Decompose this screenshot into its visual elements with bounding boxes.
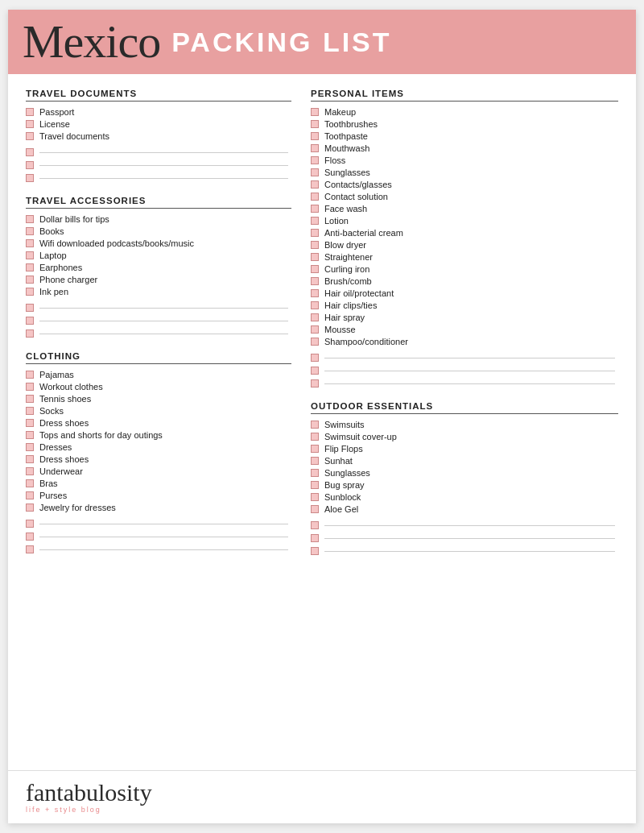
list-item[interactable]: Flip Flops xyxy=(311,442,618,454)
list-item[interactable]: Travel documents xyxy=(26,130,291,142)
checkbox[interactable] xyxy=(311,301,319,309)
checkbox-blank[interactable] xyxy=(311,534,319,542)
checkbox[interactable] xyxy=(26,383,34,391)
checkbox[interactable] xyxy=(311,205,319,213)
checkbox[interactable] xyxy=(311,289,319,297)
list-item[interactable]: Sunglasses xyxy=(311,166,618,178)
list-item[interactable]: Mousse xyxy=(311,323,618,335)
checkbox[interactable] xyxy=(311,469,319,477)
checkbox[interactable] xyxy=(311,132,319,140)
checkbox-blank[interactable] xyxy=(26,329,34,338)
list-item[interactable]: Dress shoes xyxy=(26,416,291,429)
list-item[interactable]: Toothbrushes xyxy=(311,118,618,130)
checkbox[interactable] xyxy=(311,277,319,285)
checkbox[interactable] xyxy=(311,253,319,261)
checkbox[interactable] xyxy=(26,108,34,116)
checkbox[interactable] xyxy=(26,239,34,247)
list-item[interactable]: Passport xyxy=(26,106,291,118)
list-item[interactable]: Underwear xyxy=(26,465,291,477)
list-item[interactable]: Ink pen xyxy=(26,285,291,297)
list-item[interactable]: Makeup xyxy=(311,106,618,118)
list-item[interactable]: Dollar bills for tips xyxy=(26,213,291,225)
list-item[interactable]: Sunhat xyxy=(311,454,618,466)
checkbox[interactable] xyxy=(26,251,34,259)
checkbox[interactable] xyxy=(311,433,319,441)
list-item[interactable]: Dress shoes xyxy=(26,453,291,465)
checkbox[interactable] xyxy=(311,313,319,321)
list-item[interactable]: Curling iron xyxy=(311,263,618,275)
list-item[interactable]: Swimsuit cover-up xyxy=(311,430,618,442)
list-item[interactable]: Earphones xyxy=(26,261,291,273)
checkbox[interactable] xyxy=(311,108,319,116)
checkbox[interactable] xyxy=(311,168,319,176)
checkbox[interactable] xyxy=(311,193,319,201)
list-item[interactable]: Contacts/glasses xyxy=(311,178,618,190)
checkbox[interactable] xyxy=(311,120,319,128)
list-item[interactable]: Pajamas xyxy=(26,368,291,380)
list-item[interactable]: Hair oil/protectant xyxy=(311,287,618,299)
list-item[interactable]: Jewelry for dresses xyxy=(26,501,291,513)
checkbox[interactable] xyxy=(26,120,34,128)
list-item[interactable]: Shampoo/conditioner xyxy=(311,335,618,347)
checkbox-blank[interactable] xyxy=(26,520,34,528)
checkbox-blank[interactable] xyxy=(26,148,34,156)
checkbox[interactable] xyxy=(311,180,319,189)
checkbox[interactable] xyxy=(26,371,34,379)
checkbox-blank[interactable] xyxy=(311,547,319,555)
list-item[interactable]: Hair clips/ties xyxy=(311,299,618,311)
checkbox-blank[interactable] xyxy=(26,533,34,541)
checkbox[interactable] xyxy=(311,505,319,513)
checkbox[interactable] xyxy=(26,431,34,439)
list-item[interactable]: Hair spray xyxy=(311,311,618,323)
list-item[interactable]: License xyxy=(26,118,291,130)
checkbox-blank[interactable] xyxy=(311,521,319,529)
checkbox[interactable] xyxy=(311,421,319,429)
list-item[interactable]: Purses xyxy=(26,489,291,501)
list-item[interactable]: Blow dryer xyxy=(311,238,618,251)
checkbox[interactable] xyxy=(26,263,34,271)
checkbox[interactable] xyxy=(26,419,34,427)
list-item[interactable]: Brush/comb xyxy=(311,275,618,287)
list-item[interactable]: Sunblock xyxy=(311,491,618,503)
checkbox[interactable] xyxy=(311,217,319,225)
list-item[interactable]: Tennis shoes xyxy=(26,392,291,404)
checkbox-blank[interactable] xyxy=(26,161,34,169)
checkbox[interactable] xyxy=(26,215,34,223)
checkbox-blank[interactable] xyxy=(311,354,319,362)
list-item[interactable]: Anti-bacterial cream xyxy=(311,226,618,238)
list-item[interactable]: Mouthwash xyxy=(311,142,618,154)
list-item[interactable]: Sunglasses xyxy=(311,466,618,479)
checkbox[interactable] xyxy=(26,504,34,512)
checkbox[interactable] xyxy=(26,395,34,403)
checkbox[interactable] xyxy=(26,227,34,235)
list-item[interactable]: Toothpaste xyxy=(311,130,618,142)
checkbox[interactable] xyxy=(26,479,34,487)
list-item[interactable]: Aloe Gel xyxy=(311,503,618,515)
checkbox[interactable] xyxy=(26,455,34,463)
checkbox[interactable] xyxy=(311,229,319,237)
checkbox[interactable] xyxy=(26,467,34,475)
list-item[interactable]: Wifi downloaded podcasts/books/music xyxy=(26,237,291,249)
list-item[interactable]: Books xyxy=(26,225,291,237)
list-item[interactable]: Phone charger xyxy=(26,273,291,285)
checkbox[interactable] xyxy=(26,276,34,284)
checkbox-blank[interactable] xyxy=(311,367,319,375)
checkbox[interactable] xyxy=(26,132,34,140)
list-item[interactable]: Face wash xyxy=(311,202,618,214)
checkbox-blank[interactable] xyxy=(26,174,34,182)
checkbox[interactable] xyxy=(311,493,319,501)
checkbox-blank[interactable] xyxy=(311,379,319,387)
list-item[interactable]: Contact solution xyxy=(311,190,618,202)
list-item[interactable]: Laptop xyxy=(26,249,291,261)
checkbox[interactable] xyxy=(311,156,319,164)
checkbox[interactable] xyxy=(311,144,319,152)
checkbox-blank[interactable] xyxy=(26,317,34,325)
checkbox[interactable] xyxy=(311,325,319,334)
checkbox-blank[interactable] xyxy=(26,545,34,553)
checkbox[interactable] xyxy=(311,481,319,489)
checkbox[interactable] xyxy=(26,407,34,415)
checkbox[interactable] xyxy=(26,443,34,451)
list-item[interactable]: Socks xyxy=(26,404,291,416)
checkbox[interactable] xyxy=(311,445,319,453)
list-item[interactable]: Floss xyxy=(311,154,618,166)
